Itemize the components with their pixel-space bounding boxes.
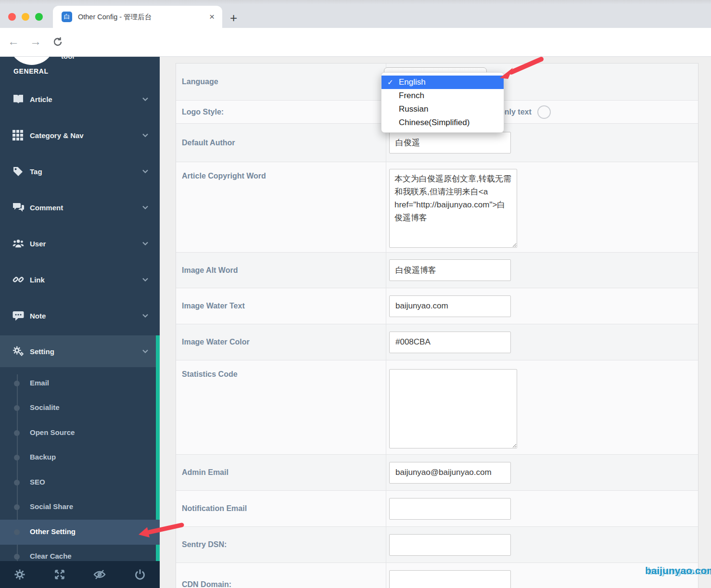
sidebar-item-label: Note — [30, 312, 46, 320]
field-label-image-water-text: Image Water Text — [182, 302, 245, 310]
chevron-down-icon — [142, 205, 148, 209]
reload-icon[interactable] — [52, 36, 63, 50]
window-close-button[interactable] — [8, 13, 16, 21]
notification-email-input[interactable] — [389, 498, 511, 520]
table-row: Admin Email — [176, 455, 698, 491]
table-row: Article Copyright Word 本文为白俊遥原创文章,转载无需和我… — [176, 162, 698, 253]
table-row: Image Water Text — [176, 288, 698, 324]
table-row: CDN Domain: — [176, 563, 698, 588]
image-alt-word-input[interactable] — [389, 259, 511, 281]
dropdown-option-french[interactable]: French — [381, 89, 504, 102]
gears-icon — [13, 345, 24, 357]
book-icon — [13, 94, 24, 104]
submenu-dot — [14, 529, 20, 535]
browser-tab[interactable]: 白 Other Config - 管理后台 × — [53, 6, 222, 28]
dropdown-option-russian[interactable]: Russian — [381, 102, 504, 116]
radio-button[interactable] — [537, 105, 551, 119]
language-dropdown-menu: ✓ English French Russian Chinese(Simplif… — [381, 72, 504, 133]
sidebar-item-backup[interactable]: Backup — [30, 453, 56, 462]
forward-icon[interactable]: → — [30, 35, 41, 48]
sidebar-item-seo[interactable]: SEO — [30, 478, 45, 487]
sidebar-item-open-source[interactable]: Open Source — [30, 428, 75, 438]
field-label-image-alt: Image Alt Word — [182, 266, 238, 275]
comments-icon — [13, 203, 24, 212]
grid-icon — [13, 130, 24, 141]
sidebar-item-other-setting[interactable]: Other Setting — [30, 527, 76, 537]
table-row: Image Water Color — [176, 324, 698, 360]
config-table: Language Logo Style: only text Default A… — [176, 63, 698, 588]
radio-option-label: only text — [500, 108, 532, 116]
image-water-text-input[interactable] — [389, 295, 511, 317]
field-label-notification-email: Notification Email — [182, 504, 247, 513]
fullscreen-icon[interactable] — [54, 569, 65, 580]
chevron-down-icon — [142, 169, 148, 173]
cdn-domain-input[interactable] — [389, 570, 511, 588]
dropdown-option-chinese[interactable]: Chinese(Simplified) — [381, 116, 504, 129]
statistics-code-textarea[interactable] — [389, 369, 517, 448]
new-tab-button[interactable]: + — [230, 11, 237, 26]
sidebar-item-user[interactable]: User — [0, 233, 160, 254]
sidebar-item-comment[interactable]: Comment — [0, 197, 160, 218]
admin-email-input[interactable] — [389, 462, 511, 484]
window-zoom-button[interactable] — [35, 13, 43, 21]
sidebar-header-partial: tool — [61, 57, 75, 60]
sidebar-item-email[interactable]: Email — [30, 379, 49, 388]
field-label-statistics-code: Statistics Code — [182, 370, 238, 379]
field-label-default-author: Default Author — [182, 139, 235, 147]
annotation-arrow-dropdown — [488, 54, 546, 83]
table-row: Notification Email — [176, 491, 698, 527]
watermark: baijunyao.com — [645, 565, 711, 576]
logo-style-option: only text — [500, 105, 551, 119]
option-label: French — [399, 91, 424, 101]
chevron-down-icon — [142, 97, 148, 101]
field-label-image-water-color: Image Water Color — [182, 338, 250, 346]
eye-slash-icon[interactable] — [93, 569, 106, 580]
default-author-input[interactable] — [389, 132, 511, 153]
tab-title: Other Config - 管理后台 — [78, 13, 209, 22]
submenu-dot — [14, 405, 20, 411]
sidebar-item-link[interactable]: Link — [0, 269, 160, 290]
sidebar-section-label: GENERAL — [13, 67, 49, 75]
sidebar: tool GENERAL Article Category & Nav Tag — [0, 57, 160, 588]
submenu-dot — [14, 504, 20, 510]
article-copyright-textarea[interactable]: 本文为白俊遥原创文章,转载无需和我联系,但请注明来自<a href="http:… — [389, 169, 517, 248]
tab-close-icon[interactable]: × — [209, 12, 215, 22]
sidebar-item-clear-cache[interactable]: Clear Cache — [30, 552, 72, 562]
settings-gear-icon[interactable] — [14, 569, 25, 580]
browser-tab-strip: 白 Other Config - 管理后台 × + — [0, 0, 711, 28]
field-label-admin-email: Admin Email — [182, 468, 229, 477]
field-label-language: Language — [182, 77, 218, 86]
submenu-dot — [14, 480, 20, 486]
table-row: Statistics Code — [176, 360, 698, 455]
table-row: Image Alt Word — [176, 253, 698, 288]
sidebar-item-label: Article — [30, 95, 52, 103]
option-label: Russian — [399, 104, 428, 114]
chevron-down-icon — [142, 242, 148, 245]
sidebar-item-article[interactable]: Article — [0, 89, 160, 110]
sidebar-item-tag[interactable]: Tag — [0, 161, 160, 182]
field-label-cdn-domain: CDN Domain: — [182, 580, 231, 588]
config-form-panel: Language Logo Style: only text Default A… — [160, 57, 711, 588]
checkmark-icon: ✓ — [387, 78, 394, 87]
sidebar-item-setting[interactable]: Setting — [0, 335, 160, 367]
field-label-article-copyright: Article Copyright Word — [182, 172, 266, 180]
sidebar-item-social-share[interactable]: Social Share — [30, 502, 73, 512]
chevron-down-icon — [142, 314, 148, 318]
image-water-color-input[interactable] — [389, 332, 511, 353]
sidebar-item-note[interactable]: Note — [0, 305, 160, 326]
back-icon[interactable]: ← — [8, 35, 19, 48]
power-icon[interactable] — [134, 569, 146, 580]
sidebar-item-label: Tag — [30, 167, 42, 176]
link-icon — [13, 274, 24, 285]
window-minimize-button[interactable] — [22, 13, 29, 21]
chevron-down-icon — [142, 278, 148, 281]
sentry-dsn-input[interactable] — [389, 534, 511, 556]
browser-toolbar: ← → Not Secure laravel-bjyblog.test/admi… — [0, 28, 711, 57]
sidebar-item-category-nav[interactable]: Category & Nav — [0, 125, 160, 146]
table-row: Sentry DSN: — [176, 527, 698, 563]
option-label: Chinese(Simplified) — [399, 118, 470, 128]
dropdown-option-english[interactable]: ✓ English — [381, 76, 504, 89]
sidebar-item-socialite[interactable]: Socialite — [30, 403, 60, 413]
sidebar-item-label: Category & Nav — [30, 131, 84, 140]
field-label-sentry-dsn: Sentry DSN: — [182, 540, 227, 549]
